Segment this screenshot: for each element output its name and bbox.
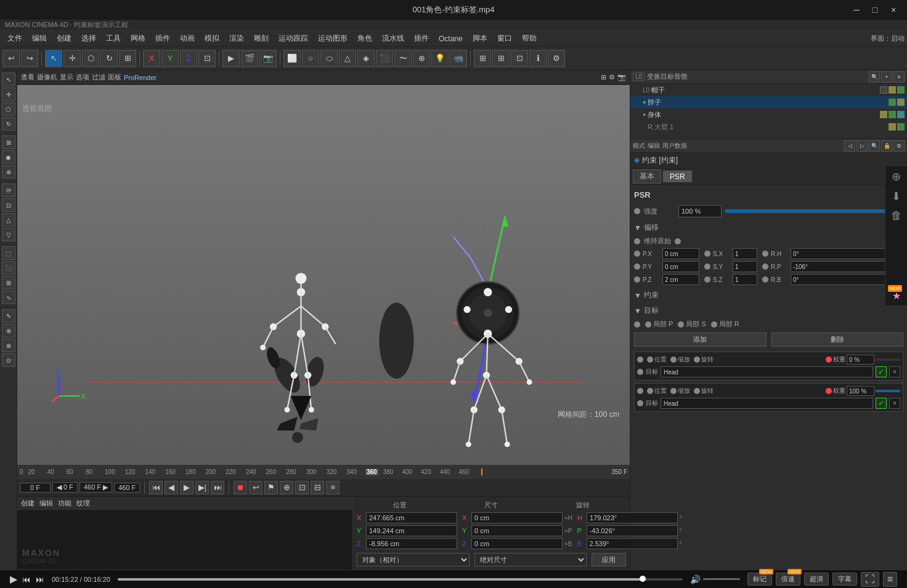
fullscreen-btn[interactable]: ⛶ bbox=[861, 572, 879, 587]
t2-weight-input[interactable] bbox=[847, 386, 874, 396]
vp-play-btn[interactable]: ▶ bbox=[10, 573, 17, 585]
timeline-btn[interactable]: ≡ bbox=[326, 481, 340, 494]
next-frame-btn[interactable]: ▶| bbox=[195, 481, 209, 494]
scene-search-btn[interactable]: 🔍 bbox=[869, 71, 880, 83]
props-settings[interactable]: ⚙ bbox=[893, 140, 905, 151]
biaoji-btn[interactable]: 标记 bbox=[747, 573, 772, 586]
bt-function[interactable]: 功能 bbox=[58, 499, 71, 508]
vp-options2[interactable]: ⚙ bbox=[609, 73, 615, 81]
transform-btn[interactable]: ⊞ bbox=[119, 50, 136, 67]
bt-create[interactable]: 创建 bbox=[21, 499, 35, 508]
t1-clear-btn[interactable]: × bbox=[889, 366, 900, 377]
delete-target-btn[interactable]: 删除 bbox=[771, 332, 904, 347]
deformer-btn[interactable]: ⊕ bbox=[413, 50, 430, 67]
h-rot-input[interactable] bbox=[587, 512, 678, 523]
cylinder-btn[interactable]: ⬭ bbox=[320, 50, 338, 67]
menu-create[interactable]: 创建 bbox=[52, 32, 76, 45]
vt-options[interactable]: 选项 bbox=[76, 73, 89, 82]
display-btn[interactable]: ⊞ bbox=[474, 50, 491, 67]
t1-weight-input[interactable] bbox=[847, 355, 874, 364]
menu-btn[interactable]: ≡ bbox=[883, 572, 897, 587]
vp-progress-handle[interactable] bbox=[640, 576, 646, 582]
tool-12[interactable]: ⬚ bbox=[2, 246, 15, 260]
props-nav-left[interactable]: ◁ bbox=[844, 140, 855, 151]
camera-btn[interactable]: 📹 bbox=[450, 50, 467, 67]
scene-item-bozi[interactable]: ● 脖子 bbox=[630, 96, 907, 108]
tool-move[interactable]: ✛ bbox=[2, 87, 15, 101]
axis-y-btn[interactable]: Y bbox=[161, 50, 179, 67]
addkey-btn[interactable]: ⊕ bbox=[280, 481, 293, 494]
sz-input[interactable] bbox=[733, 274, 757, 285]
menu-mograph[interactable]: 运动图形 bbox=[313, 32, 352, 45]
y-pos-input[interactable] bbox=[366, 525, 457, 536]
vt-prorender[interactable]: ProRender bbox=[124, 74, 157, 81]
maximize-button[interactable]: □ bbox=[866, 1, 884, 18]
tool-17[interactable]: ⊕ bbox=[2, 324, 15, 337]
move-mode-btn[interactable]: ✛ bbox=[63, 50, 81, 67]
tool-15[interactable]: ∿ bbox=[2, 291, 15, 304]
menu-render[interactable]: 渲染 bbox=[224, 32, 249, 45]
spline-btn[interactable]: 〜 bbox=[394, 50, 412, 67]
share-icon[interactable]: ⊕ bbox=[892, 170, 901, 183]
vp-next-btn[interactable]: ⏭ bbox=[36, 574, 44, 584]
grid-btn[interactable]: ⊞ bbox=[492, 50, 510, 67]
cube-btn[interactable]: ⬜ bbox=[283, 50, 301, 67]
autokey-btn[interactable]: ⚑ bbox=[264, 481, 278, 494]
menu-select[interactable]: 选择 bbox=[76, 32, 101, 45]
strength-input[interactable] bbox=[678, 205, 722, 217]
apply-button[interactable]: 应用 bbox=[592, 553, 626, 566]
t2-target-input[interactable] bbox=[661, 398, 873, 409]
x-size-input[interactable] bbox=[471, 512, 563, 523]
size-mode-select[interactable]: 绝对尺寸 bbox=[474, 553, 587, 566]
tool-14[interactable]: ⊞ bbox=[2, 276, 15, 289]
goto-start-btn[interactable]: ⏮ bbox=[149, 481, 163, 494]
py-input[interactable] bbox=[662, 261, 699, 272]
menu-animate[interactable]: 动画 bbox=[175, 32, 200, 45]
bt-edit[interactable]: 编辑 bbox=[39, 499, 53, 508]
z-pos-input[interactable] bbox=[366, 538, 457, 549]
loop-btn[interactable]: ↩ bbox=[249, 481, 262, 494]
prev-frame-btn[interactable]: ◀ bbox=[165, 481, 178, 494]
y-size-input[interactable] bbox=[471, 525, 563, 536]
z-size-input[interactable] bbox=[471, 538, 563, 549]
close-button[interactable]: × bbox=[885, 1, 902, 18]
extra-btn[interactable]: ⚙ bbox=[548, 50, 565, 67]
tool-13[interactable]: ⬛ bbox=[2, 261, 15, 275]
zimu-btn[interactable]: 字幕 bbox=[832, 573, 857, 586]
redo-button[interactable]: ↪ bbox=[21, 50, 38, 67]
current-frame-input[interactable]: 0 F bbox=[20, 483, 51, 493]
volume-icon[interactable]: 🔊 bbox=[690, 574, 701, 584]
menu-file[interactable]: 文件 bbox=[2, 32, 27, 45]
object-btn[interactable]: ◈ bbox=[357, 50, 375, 67]
t1-green-btn[interactable]: ✓ bbox=[876, 366, 887, 377]
light-btn[interactable]: 💡 bbox=[431, 50, 449, 67]
tool-11[interactable]: ▽ bbox=[2, 228, 15, 241]
pz-input[interactable] bbox=[662, 274, 699, 285]
menu-help[interactable]: 帮助 bbox=[517, 32, 542, 45]
rotate-mode-btn[interactable]: ↻ bbox=[100, 50, 118, 67]
chaoqing-btn[interactable]: 超清 bbox=[804, 573, 829, 586]
p-rot-input[interactable] bbox=[587, 525, 678, 536]
tool-10[interactable]: △ bbox=[2, 213, 15, 227]
tool-6[interactable]: ◉ bbox=[2, 150, 15, 164]
menu-mesh[interactable]: 网格 bbox=[126, 32, 150, 45]
scale-mode-btn[interactable]: ⬡ bbox=[82, 50, 99, 67]
tool-16[interactable]: ✎ bbox=[2, 309, 15, 323]
px-input[interactable] bbox=[662, 248, 699, 259]
props-search[interactable]: 🔍 bbox=[869, 140, 880, 151]
select-mode-btn[interactable]: ↖ bbox=[45, 50, 62, 67]
menu-character[interactable]: 角色 bbox=[352, 32, 377, 45]
menu-window[interactable]: 窗口 bbox=[492, 32, 517, 45]
tool-18[interactable]: ⊗ bbox=[2, 339, 15, 352]
b-rot-input[interactable] bbox=[587, 538, 678, 549]
surface-btn[interactable]: ⬛ bbox=[376, 50, 393, 67]
menu-simulate[interactable]: 模拟 bbox=[200, 32, 224, 45]
vt-filter[interactable]: 过滤 bbox=[92, 73, 105, 82]
tab-psr[interactable]: PSR bbox=[663, 171, 692, 182]
object-mode-select[interactable]: 对象（相对） bbox=[357, 553, 470, 566]
bt-texture[interactable]: 纹理 bbox=[76, 499, 90, 508]
scene-item-hatzi[interactable]: L0 帽子 bbox=[630, 84, 907, 96]
tool-select[interactable]: ↖ bbox=[2, 73, 15, 86]
x-pos-input[interactable] bbox=[366, 512, 457, 523]
3d-viewport[interactable]: 透视视图 X Y bbox=[17, 85, 630, 465]
